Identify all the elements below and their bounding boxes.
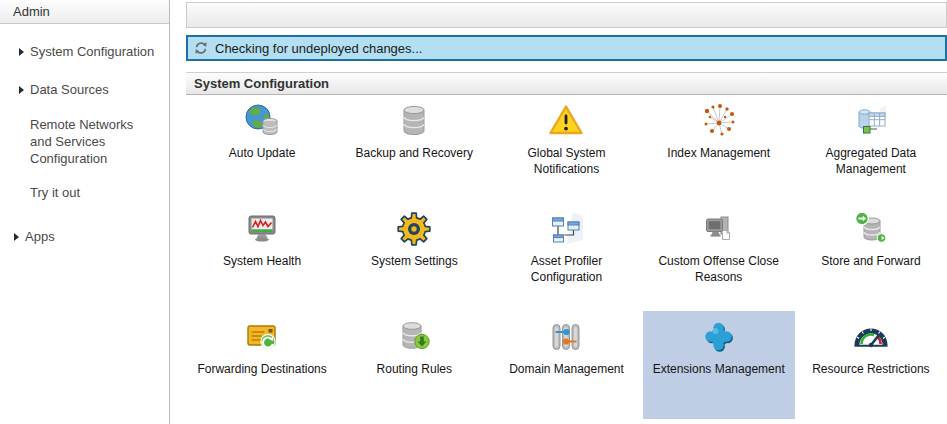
tile-label: Routing Rules: [373, 361, 456, 377]
expand-arrow-icon: [19, 86, 24, 94]
scatter-burst-icon: [700, 102, 738, 140]
section-header: System Configuration: [186, 72, 947, 95]
sidebar-item-label: Try it out: [30, 184, 80, 201]
tile-extensions-management[interactable]: Extensions Management: [643, 311, 795, 419]
tile-label: System Health: [219, 253, 305, 269]
sidebar-item-label: Apps: [25, 228, 55, 245]
tile-label: Forwarding Destinations: [193, 361, 330, 377]
cylinder-table-icon: [852, 102, 890, 140]
sidebar-item-label: System Configuration: [30, 43, 154, 60]
database-forward-icon: [852, 210, 890, 248]
tile-label: Domain Management: [505, 361, 628, 377]
sidebar-item-apps[interactable]: Apps: [14, 228, 169, 245]
tile-forwarding-destinations[interactable]: Forwarding Destinations: [186, 311, 338, 419]
tile-label: Backup and Recovery: [352, 145, 477, 161]
tile-index-management[interactable]: Index Management: [643, 95, 795, 203]
tile-label: System Settings: [367, 253, 462, 269]
admin-toolbar: [186, 2, 947, 28]
monitor-graph-icon: [243, 210, 281, 248]
tile-system-settings[interactable]: System Settings: [338, 203, 490, 311]
tile-label: Global System Notifications: [490, 145, 642, 177]
tile-label: Asset Profiler Configuration: [490, 253, 642, 285]
tile-label: Resource Restrictions: [808, 361, 933, 377]
tile-backup-and-recovery[interactable]: Backup and Recovery: [338, 95, 490, 203]
gear-icon: [395, 210, 433, 248]
envelope-forward-icon: [243, 318, 281, 356]
gauge-icon: [852, 318, 890, 356]
tile-label: Auto Update: [225, 145, 300, 161]
tile-label: Custom Offense Close Reasons: [643, 253, 795, 285]
database-download-icon: [395, 318, 433, 356]
expand-arrow-icon: [19, 48, 24, 56]
warning-triangle-icon: [547, 102, 585, 140]
sidebar-item-remote-networks[interactable]: Remote Networks and Services Configurati…: [30, 116, 152, 167]
main-panel: Checking for undeployed changes... Syste…: [186, 0, 947, 424]
tile-domain-management[interactable]: Domain Management: [490, 311, 642, 419]
flowchart-icon: [547, 210, 585, 248]
tile-custom-offense-close-reasons[interactable]: Custom Offense Close Reasons: [643, 203, 795, 311]
globe-database-icon: [243, 102, 281, 140]
tile-resource-restrictions[interactable]: Resource Restrictions: [795, 311, 947, 419]
tile-label: Aggregated Data Management: [795, 145, 947, 177]
admin-sidebar: Admin System Configuration Data Sources …: [0, 0, 170, 424]
sidebar-item-system-configuration[interactable]: System Configuration: [19, 43, 169, 60]
tile-aggregated-data-management[interactable]: Aggregated Data Management: [795, 95, 947, 203]
tile-label: Extensions Management: [649, 361, 789, 377]
banner-text: Checking for undeployed changes...: [215, 41, 422, 56]
tile-global-system-notifications[interactable]: Global System Notifications: [490, 95, 642, 203]
domain-sliders-icon: [547, 318, 585, 356]
puzzle-piece-icon: [700, 318, 738, 356]
computer-document-icon: [700, 210, 738, 248]
tile-system-health[interactable]: System Health: [186, 203, 338, 311]
refresh-icon: [194, 41, 208, 55]
tile-store-and-forward[interactable]: Store and Forward: [795, 203, 947, 311]
sidebar-title: Admin: [0, 0, 169, 24]
tile-routing-rules[interactable]: Routing Rules: [338, 311, 490, 419]
undeployed-changes-banner: Checking for undeployed changes...: [186, 35, 947, 61]
sidebar-item-label: Remote Networks and Services Configurati…: [30, 116, 152, 167]
expand-arrow-icon: [14, 233, 19, 241]
sidebar-item-data-sources[interactable]: Data Sources: [19, 81, 169, 98]
tile-auto-update[interactable]: Auto Update: [186, 95, 338, 203]
tile-label: Store and Forward: [817, 253, 924, 269]
system-configuration-grid: Auto Update Backup and Recovery Global S…: [186, 95, 947, 419]
sidebar-item-label: Data Sources: [30, 81, 109, 98]
sidebar-item-try-it-out[interactable]: Try it out: [30, 184, 169, 201]
tile-asset-profiler-configuration[interactable]: Asset Profiler Configuration: [490, 203, 642, 311]
database-icon: [395, 102, 433, 140]
tile-label: Index Management: [663, 145, 774, 161]
